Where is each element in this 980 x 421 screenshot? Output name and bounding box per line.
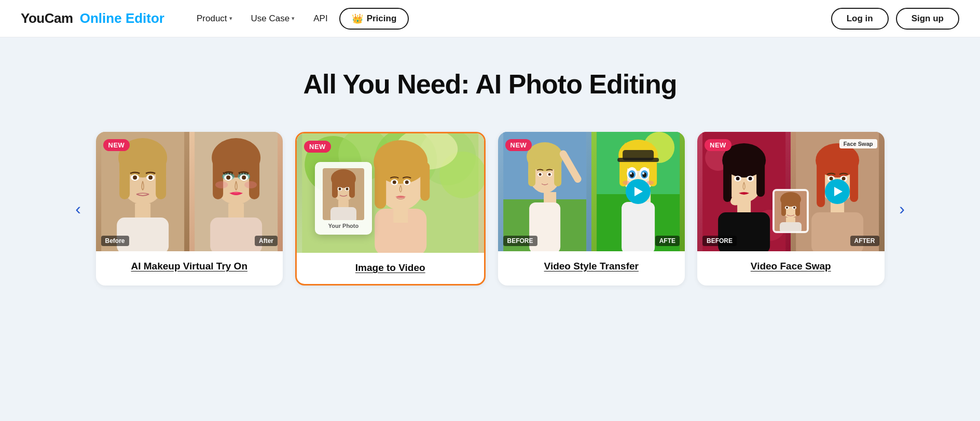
logo-editor: Online Editor <box>80 10 164 26</box>
svg-point-67 <box>548 173 550 176</box>
nav-product-chevron-icon: ▾ <box>229 15 232 22</box>
svg-rect-62 <box>544 192 556 203</box>
logo-youcam: YouCam <box>21 10 73 26</box>
svg-rect-16 <box>228 203 244 219</box>
login-button[interactable]: Log in <box>831 8 889 30</box>
svg-rect-17 <box>210 218 262 251</box>
svg-point-40 <box>393 181 396 184</box>
card-face-swap-before-label: BEFORE <box>702 236 737 246</box>
nav-product[interactable]: Product ▾ <box>189 9 240 28</box>
nav-pricing-button[interactable]: 👑 Pricing <box>339 8 409 30</box>
card-image-to-video[interactable]: NEW <box>295 132 486 286</box>
svg-point-8 <box>133 175 137 180</box>
svg-rect-60 <box>554 158 561 186</box>
svg-rect-5 <box>135 203 150 219</box>
chevron-right-icon: › <box>899 199 905 219</box>
card-style-transfer-label: Video Style Transfer <box>536 251 647 282</box>
nav-api[interactable]: API <box>306 9 335 28</box>
card-makeup-label: AI Makeup Virtual Try On <box>122 251 256 282</box>
card-makeup-image: NEW <box>96 132 283 251</box>
card-face-swap-overlay-label: Face Swap <box>839 139 877 148</box>
svg-rect-35 <box>375 162 386 209</box>
nav-usecase-label: Use Case <box>251 13 290 24</box>
svg-rect-38 <box>393 208 408 223</box>
svg-point-42 <box>405 181 409 184</box>
nav-product-label: Product <box>197 13 227 24</box>
card-makeup-after-label: After <box>255 236 278 246</box>
card-face-swap-badge: NEW <box>705 139 731 151</box>
svg-point-24 <box>215 181 228 188</box>
svg-point-107 <box>749 177 752 181</box>
section-title: All You Need: AI Photo Editing <box>303 69 677 100</box>
svg-point-51 <box>339 187 341 190</box>
card-image-to-video-label: Image to Video <box>347 253 434 284</box>
svg-rect-4 <box>156 158 166 199</box>
svg-rect-46 <box>332 180 338 198</box>
card-makeup-after-half <box>189 132 283 251</box>
your-photo-inner <box>323 168 364 220</box>
svg-rect-49 <box>330 207 356 220</box>
your-photo-label: Your Photo <box>328 223 358 229</box>
svg-rect-93 <box>622 202 655 251</box>
carousel-next-arrow[interactable]: › <box>889 195 916 222</box>
carousel-prev-arrow[interactable]: ‹ <box>65 195 92 222</box>
card-style-transfer-image: NEW <box>498 132 685 251</box>
card-face-swap-after-label: AFTER <box>850 236 879 246</box>
svg-rect-130 <box>780 222 802 231</box>
svg-point-128 <box>793 207 795 209</box>
navbar: YouCam Online Editor Product ▾ Use Case … <box>0 0 980 37</box>
svg-rect-36 <box>420 162 430 201</box>
svg-rect-6 <box>117 218 169 251</box>
card-style-transfer-before-label: BEFORE <box>503 236 537 246</box>
logo-online <box>76 10 80 26</box>
svg-point-84 <box>630 172 632 174</box>
nav-pricing-label: Pricing <box>367 13 397 24</box>
svg-rect-14 <box>213 158 223 199</box>
signup-button[interactable]: Sign up <box>896 8 959 30</box>
svg-point-23 <box>242 175 246 180</box>
nav-usecase-chevron-icon: ▾ <box>292 15 295 22</box>
carousel-wrapper: ‹ NEW <box>49 127 931 291</box>
carousel-track: NEW <box>92 127 889 291</box>
nav-links: Product ▾ Use Case ▾ API 👑 Pricing <box>189 8 831 30</box>
main-content: All You Need: AI Photo Editing ‹ NEW <box>0 37 980 421</box>
svg-point-25 <box>244 181 257 188</box>
card-style-transfer-after <box>591 132 685 251</box>
card-face-swap-image: NEW <box>697 132 885 251</box>
card-image-to-video-badge: NEW <box>304 141 331 153</box>
svg-point-10 <box>148 175 153 180</box>
card-makeup-before-label: Before <box>101 236 129 246</box>
card-face-swap-small-frame <box>772 189 809 233</box>
nav-auth: Log in Sign up <box>831 8 959 30</box>
svg-rect-101 <box>756 160 765 197</box>
card-style-transfer-after-label: AFTE <box>655 236 680 246</box>
card-style-transfer-badge: NEW <box>505 139 532 151</box>
svg-rect-112 <box>817 160 825 207</box>
svg-point-105 <box>736 177 740 181</box>
brand-logo[interactable]: YouCam Online Editor <box>21 10 164 26</box>
svg-point-65 <box>539 173 541 176</box>
card-face-swap-label: Video Face Swap <box>742 251 839 282</box>
card-face-swap-play-icon[interactable] <box>825 179 850 204</box>
card-makeup[interactable]: NEW <box>96 132 283 286</box>
your-photo-frame: Your Photo <box>315 162 372 235</box>
svg-point-53 <box>346 187 349 190</box>
nav-usecase[interactable]: Use Case ▾ <box>244 9 302 28</box>
card-makeup-badge: NEW <box>103 139 130 151</box>
crown-icon: 👑 <box>352 13 363 24</box>
svg-rect-113 <box>850 160 858 202</box>
chevron-left-icon: ‹ <box>75 199 81 219</box>
svg-rect-15 <box>249 158 259 199</box>
svg-rect-47 <box>349 180 355 198</box>
card-image-to-video-image: NEW <box>297 133 484 253</box>
svg-point-88 <box>642 172 644 174</box>
card-face-swap[interactable]: NEW <box>697 132 885 286</box>
card-style-transfer[interactable]: NEW <box>498 132 685 286</box>
svg-rect-59 <box>528 158 535 186</box>
svg-rect-48 <box>338 200 349 208</box>
svg-rect-80 <box>617 158 659 162</box>
svg-rect-100 <box>723 160 731 202</box>
svg-point-126 <box>786 207 788 209</box>
card-style-transfer-play-icon[interactable] <box>626 179 651 204</box>
svg-rect-3 <box>119 158 130 199</box>
